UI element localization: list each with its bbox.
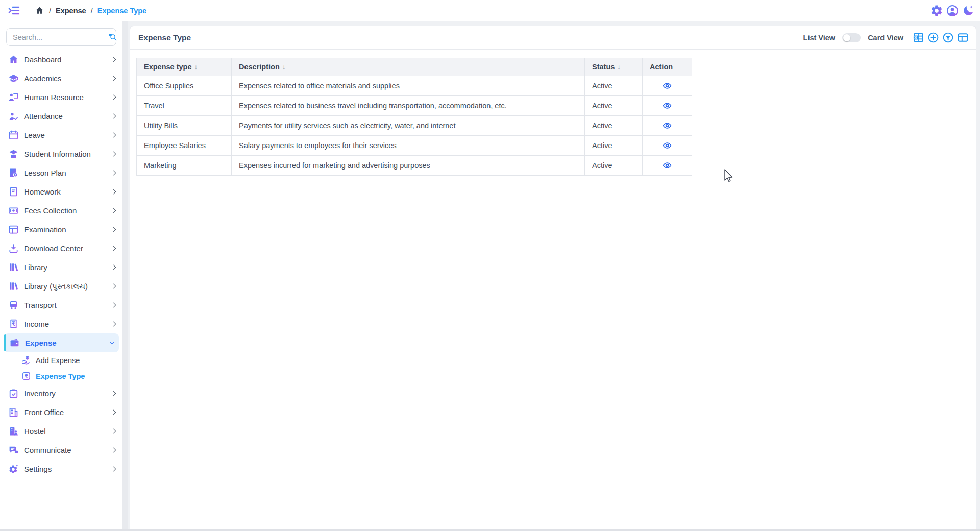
sidebar-subitem-expense-type[interactable]: Expense Type — [0, 368, 122, 384]
sidebar-subitem-add-expense[interactable]: Add Expense — [0, 352, 122, 368]
chevron-right-icon — [111, 189, 116, 195]
main-area: Expense Type List View Card View Expense… — [128, 21, 980, 529]
book-play-icon — [8, 167, 19, 178]
chevron-right-icon — [111, 322, 116, 327]
breadcrumb-separator: / — [91, 7, 93, 15]
table-container: Expense type↓Description↓Status↓Action O… — [130, 50, 976, 176]
cell-status: Active — [585, 136, 643, 156]
cell-expense-type: Utility Bills — [137, 116, 232, 136]
sidebar-item-inventory[interactable]: Inventory — [0, 384, 122, 403]
search-input[interactable] — [13, 33, 108, 41]
column-header-expense-type[interactable]: Expense type↓ — [137, 58, 232, 76]
cell-status: Active — [585, 76, 643, 96]
view-eye-icon[interactable] — [662, 141, 673, 150]
column-header-label: Description — [239, 63, 280, 71]
column-header-status[interactable]: Status↓ — [585, 58, 643, 76]
sidebar-item-student-information[interactable]: Student Information — [0, 144, 122, 163]
sidebar-item-library[interactable]: Library — [0, 258, 122, 277]
breadcrumb-home-icon[interactable] — [35, 6, 44, 15]
view-eye-icon[interactable] — [662, 81, 673, 90]
profile-icon[interactable] — [946, 4, 959, 17]
chevron-right-icon — [111, 448, 116, 453]
sidebar-item-communicate[interactable]: Communicate — [0, 441, 122, 460]
sort-arrow-icon: ↓ — [617, 63, 621, 71]
sidebar-search[interactable] — [6, 28, 116, 46]
sidebar: Dashboard Academics Human Resource Atten… — [0, 21, 122, 529]
sidebar-item-income[interactable]: Income — [0, 315, 122, 333]
sidebar-item-label: Library (પુસ્તકાલય) — [24, 282, 88, 291]
sidebar-item-human-resource[interactable]: Human Resource — [0, 88, 122, 107]
chevron-right-icon — [111, 76, 116, 81]
rupee-square-icon — [21, 371, 31, 381]
filter-circle-icon[interactable] — [942, 32, 954, 43]
sidebar-item-attendance[interactable]: Attendance — [0, 107, 122, 126]
add-circle-icon[interactable] — [927, 32, 939, 43]
sidebar-item-academics[interactable]: Academics — [0, 69, 122, 88]
sidebar-item-hostel[interactable]: Hostel — [0, 422, 122, 441]
table-grid-icon — [8, 224, 19, 235]
sidebar-item-settings[interactable]: Settings — [0, 460, 122, 478]
topbar-actions — [930, 4, 975, 17]
breadcrumb-item-expense-type[interactable]: Expense Type — [97, 7, 146, 15]
chevron-right-icon — [111, 410, 116, 415]
clipboard-check-icon — [8, 388, 19, 399]
view-eye-icon[interactable] — [662, 121, 673, 130]
sidebar-item-download-center[interactable]: Download Center — [0, 239, 122, 258]
view-toggle[interactable] — [842, 33, 861, 42]
top-bar: /Expense/Expense Type — [0, 0, 980, 21]
column-header-label: Status — [592, 63, 615, 71]
view-eye-icon[interactable] — [662, 101, 673, 110]
calendar-icon — [8, 130, 19, 140]
sidebar-item-examination[interactable]: Examination — [0, 220, 122, 239]
sidebar-item-lesson-plan[interactable]: Lesson Plan — [0, 163, 122, 182]
sidebar-item-front-office[interactable]: Front Office — [0, 403, 122, 422]
panel-header: Expense Type List View Card View — [130, 26, 976, 50]
table-row: TravelExpenses related to business trave… — [137, 96, 692, 116]
columns-layout-icon[interactable] — [957, 32, 969, 43]
cell-status: Active — [585, 96, 643, 116]
chevron-right-icon — [111, 57, 116, 62]
sidebar-item-label: Examination — [24, 225, 66, 234]
column-header-description[interactable]: Description↓ — [232, 58, 585, 76]
breadcrumb-item-expense[interactable]: Expense — [56, 7, 86, 15]
sidebar-item-label: Library — [24, 263, 47, 272]
sidebar-item-homework[interactable]: Homework — [0, 182, 122, 201]
sidebar-item-label: Communicate — [24, 446, 71, 454]
chevron-right-icon — [111, 391, 116, 396]
sidebar-item-expense[interactable]: Expense — [4, 333, 119, 352]
chevron-right-icon — [111, 467, 116, 472]
sidebar-item-label: Attendance — [24, 112, 63, 120]
sidebar-item-library[interactable]: Library (પુસ્તકાલય) — [0, 277, 122, 296]
horizontal-scrollbar[interactable] — [0, 529, 980, 531]
sidebar-scrollbar[interactable] — [122, 21, 128, 529]
sidebar-subitem-label: Add Expense — [36, 356, 80, 365]
sidebar-menu: Dashboard Academics Human Resource Atten… — [0, 50, 122, 478]
settings-icon[interactable] — [930, 4, 943, 17]
view-toggle-knob — [843, 34, 850, 41]
column-header-action: Action — [643, 58, 692, 76]
chevron-right-icon — [111, 133, 116, 138]
sidebar-item-fees-collection[interactable]: Fees Collection — [0, 201, 122, 220]
sidebar-item-label: Student Information — [24, 150, 91, 158]
expense-type-panel: Expense Type List View Card View Expense… — [130, 26, 976, 529]
sidebar-item-transport[interactable]: Transport — [0, 296, 122, 315]
home-icon — [8, 54, 19, 65]
column-header-label: Action — [650, 63, 673, 71]
sidebar-collapse-icon[interactable] — [7, 4, 21, 17]
cell-description: Salary payments to employees for their s… — [232, 136, 585, 156]
toolbar-icons — [913, 32, 969, 43]
chevron-right-icon — [111, 95, 116, 100]
building-icon — [8, 407, 19, 418]
table-row: Office SuppliesExpenses related to offic… — [137, 76, 692, 96]
person-check-icon — [8, 111, 19, 122]
excel-export-icon[interactable] — [913, 32, 924, 43]
bus-icon — [8, 300, 19, 310]
dark-mode-icon[interactable] — [962, 4, 975, 17]
sidebar-item-dashboard[interactable]: Dashboard — [0, 50, 122, 69]
view-eye-icon[interactable] — [662, 161, 673, 170]
chevron-right-icon — [111, 303, 116, 308]
graduation-cap-icon — [8, 73, 19, 84]
search-icon[interactable] — [108, 32, 118, 42]
sidebar-item-leave[interactable]: Leave — [0, 126, 122, 144]
cell-description: Expenses related to office materials and… — [232, 76, 585, 96]
